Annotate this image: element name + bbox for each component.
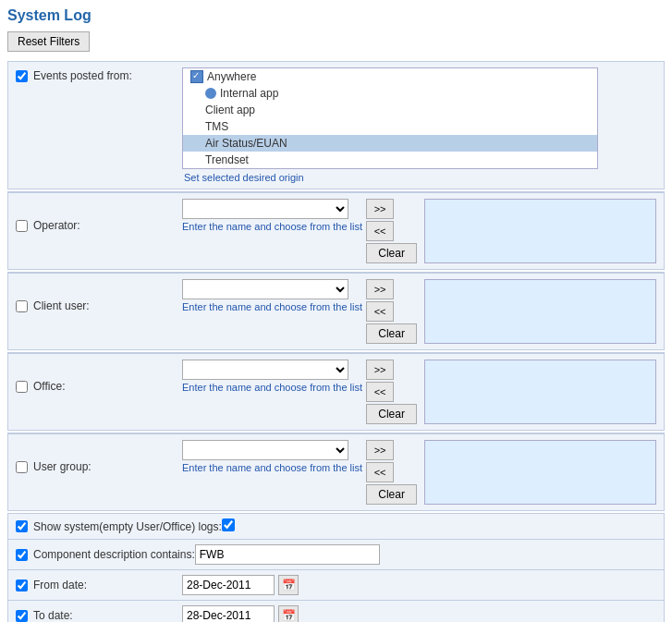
operator-clear-button[interactable]: Clear: [366, 243, 417, 263]
from-date-label: From date:: [33, 579, 87, 592]
origin-tms[interactable]: TMS: [183, 118, 597, 135]
events-label: Events posted from:: [33, 69, 132, 82]
operator-label: Operator:: [33, 219, 80, 232]
component-desc-label-area: Component description contains:: [16, 548, 195, 561]
air-status-label: Air Status/EUAN: [205, 137, 287, 150]
user-group-label-area: User group:: [16, 440, 182, 473]
show-system-label-area: Show system(empty User/Office) logs:: [16, 520, 222, 533]
component-desc-input[interactable]: [195, 544, 380, 565]
to-date-calendar-button[interactable]: 📅: [278, 605, 299, 622]
office-controls: Enter the name and choose from the list …: [182, 360, 656, 424]
operator-add-button[interactable]: >>: [366, 199, 394, 219]
events-checkbox[interactable]: [16, 70, 28, 82]
to-date-label: To date:: [33, 609, 73, 622]
show-system-checkbox[interactable]: [16, 520, 28, 532]
operator-remove-button[interactable]: <<: [366, 221, 394, 241]
operator-input-row: Enter the name and choose from the list …: [182, 199, 656, 263]
from-date-row-inner: 📅: [182, 575, 299, 595]
origin-air-status[interactable]: Air Status/EUAN: [183, 135, 597, 152]
client-user-hint: Enter the name and choose from the list: [182, 301, 362, 312]
page-title: System Log: [7, 7, 665, 24]
client-user-section: Client user: Enter the name and choose f…: [7, 272, 665, 350]
origin-client-app[interactable]: Client app: [183, 102, 597, 118]
user-group-result-box: [424, 440, 656, 505]
client-user-label-area: Client user:: [16, 279, 182, 312]
operator-label-area: Operator:: [16, 199, 182, 232]
office-add-button[interactable]: >>: [366, 360, 394, 380]
user-group-select[interactable]: [182, 440, 348, 460]
events-label-area: Events posted from:: [16, 67, 182, 82]
office-select[interactable]: [182, 360, 348, 380]
from-date-row: From date: 📅: [8, 570, 664, 601]
user-group-row: User group: Enter the name and choose fr…: [8, 433, 664, 510]
operator-select[interactable]: [182, 199, 348, 219]
operator-controls: Enter the name and choose from the list …: [182, 199, 656, 263]
operator-hint: Enter the name and choose from the list: [182, 221, 362, 232]
page-container: System Log Reset Filters Events posted f…: [0, 0, 672, 622]
internal-app-label: Internal app: [220, 87, 278, 100]
component-desc-label: Component description contains:: [33, 548, 195, 561]
office-remove-button[interactable]: <<: [366, 382, 394, 402]
client-user-checkbox[interactable]: [16, 300, 28, 312]
office-label-area: Office:: [16, 360, 182, 393]
show-system-value-checkbox[interactable]: [222, 518, 235, 531]
office-input-row: Enter the name and choose from the list …: [182, 360, 656, 424]
user-group-controls: Enter the name and choose from the list …: [182, 440, 656, 505]
reset-filters-button[interactable]: Reset Filters: [7, 31, 90, 52]
to-date-row: To date: 📅: [8, 601, 664, 622]
client-user-add-button[interactable]: >>: [366, 279, 394, 299]
user-group-hint: Enter the name and choose from the list: [182, 462, 362, 473]
office-checkbox[interactable]: [16, 381, 28, 393]
from-date-label-area: From date:: [16, 579, 182, 592]
to-date-row-inner: 📅: [182, 605, 299, 622]
office-clear-button[interactable]: Clear: [366, 404, 417, 424]
operator-checkbox[interactable]: [16, 220, 28, 232]
to-date-input[interactable]: [182, 605, 275, 622]
client-user-row: Client user: Enter the name and choose f…: [8, 273, 664, 349]
office-hint: Enter the name and choose from the list: [182, 382, 362, 393]
anywhere-label: Anywhere: [207, 70, 256, 83]
origin-internal-app[interactable]: Internal app: [183, 85, 597, 102]
client-user-result-box: [424, 279, 656, 344]
client-user-label: Client user:: [33, 299, 90, 312]
client-user-input-row: Enter the name and choose from the list …: [182, 279, 656, 344]
from-date-input[interactable]: [182, 575, 275, 595]
component-desc-row: Component description contains:: [8, 540, 664, 570]
operator-arrows: >> << Clear: [366, 199, 417, 263]
office-result-box: [424, 360, 656, 424]
events-posted-from-section: Events posted from: Anywhere Internal ap…: [7, 61, 665, 189]
internal-app-radio-icon: [205, 88, 216, 99]
set-hint: Set selected desired origin: [182, 172, 656, 183]
user-group-arrows: >> << Clear: [366, 440, 417, 505]
from-date-checkbox[interactable]: [16, 579, 28, 592]
user-group-clear-button[interactable]: Clear: [366, 484, 417, 505]
to-date-label-area: To date:: [16, 609, 182, 622]
bottom-section: Show system(empty User/Office) logs: Com…: [7, 513, 665, 622]
anywhere-check-icon: [190, 70, 203, 83]
tms-label: TMS: [205, 120, 228, 133]
operator-section: Operator: Enter the name and choose from…: [7, 191, 665, 270]
user-group-remove-button[interactable]: <<: [366, 462, 394, 482]
client-user-controls: Enter the name and choose from the list …: [182, 279, 656, 344]
events-row: Events posted from: Anywhere Internal ap…: [8, 62, 664, 189]
component-desc-value: [195, 544, 380, 565]
component-desc-checkbox[interactable]: [16, 549, 28, 561]
user-group-checkbox[interactable]: [16, 461, 28, 473]
client-user-clear-button[interactable]: Clear: [366, 323, 417, 344]
origin-trendset[interactable]: Trendset: [183, 152, 597, 168]
user-group-add-button[interactable]: >>: [366, 440, 394, 460]
operator-result-box: [424, 199, 656, 263]
to-date-value: 📅: [182, 605, 299, 622]
from-date-calendar-button[interactable]: 📅: [278, 575, 299, 595]
user-group-input-row: Enter the name and choose from the list …: [182, 440, 656, 505]
user-group-label: User group:: [33, 460, 92, 473]
client-user-remove-button[interactable]: <<: [366, 301, 394, 322]
office-label: Office:: [33, 380, 65, 393]
client-user-select[interactable]: [182, 279, 348, 299]
office-arrows: >> << Clear: [366, 360, 417, 424]
office-row: Office: Enter the name and choose from t…: [8, 353, 664, 430]
operator-row: Operator: Enter the name and choose from…: [8, 192, 664, 269]
show-system-value: [222, 518, 235, 534]
origin-anywhere[interactable]: Anywhere: [183, 68, 597, 85]
to-date-checkbox[interactable]: [16, 610, 28, 622]
